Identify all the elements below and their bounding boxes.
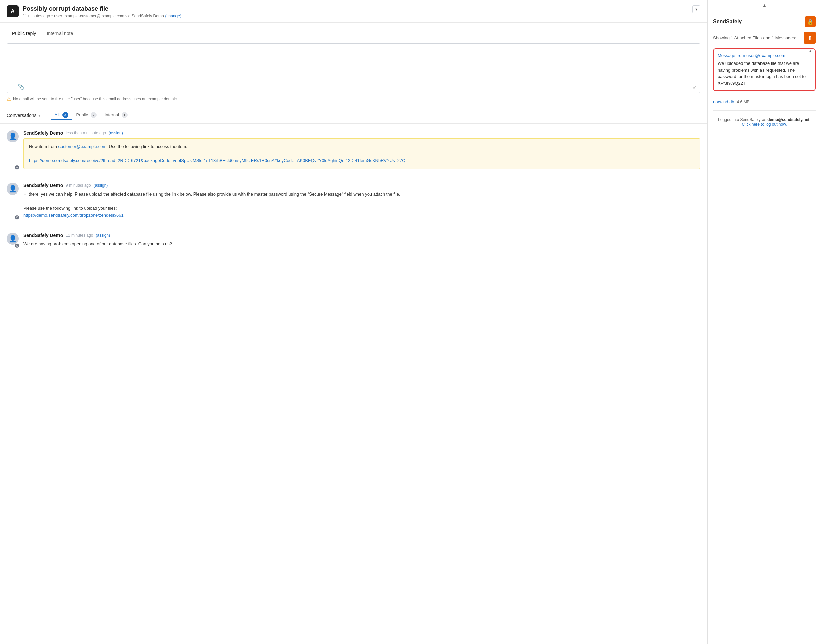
- filter-all-label: All: [55, 112, 60, 117]
- avatar: 👤: [7, 130, 19, 143]
- ss-footer-email: demo@sendsafely.net: [767, 117, 809, 122]
- filter-tab-public[interactable]: Public 2: [73, 110, 100, 120]
- table-row: 👤 ⊕ SendSafely Demo less than a minute a…: [7, 124, 700, 176]
- ss-footer: Logged into SendSafely as demo@sendsafel…: [713, 117, 816, 127]
- ss-header: SendSafely 🔒: [713, 16, 816, 27]
- tab-public-reply[interactable]: Public reply: [7, 28, 41, 40]
- avatar-container-1: 👤 ⊕: [7, 130, 19, 169]
- filter-tab-internal[interactable]: Internal 1: [101, 110, 131, 120]
- sidebar-divider: [713, 110, 816, 110]
- chevron-down-icon: ∨: [38, 113, 40, 117]
- message-time-3: 11 minutes ago: [66, 233, 93, 238]
- text-format-icon[interactable]: T: [10, 84, 14, 90]
- assign-link-2[interactable]: (assign): [94, 183, 108, 188]
- ss-logged-in-text: Logged into SendSafely as demo@sendsafel…: [713, 117, 816, 122]
- collapse-up-icon[interactable]: ▲: [762, 3, 767, 8]
- avatar-container-2: 👤 ⊕: [7, 183, 19, 219]
- tab-internal-note[interactable]: Internal note: [41, 28, 78, 40]
- sidebar-top-arrow: ▲: [708, 0, 821, 11]
- ticket-meta: 11 minutes ago • user example-customer@e…: [23, 14, 181, 18]
- sidebar: ▲ SendSafely 🔒 Showing 1 Attached Files …: [707, 0, 821, 644]
- ticket-logo: A: [7, 5, 19, 17]
- ticket-header: A Possibly corrupt database file 11 minu…: [0, 0, 707, 23]
- avatar: 👤: [7, 183, 19, 195]
- message-middle-1: . Use the following link to access the i…: [106, 144, 187, 149]
- warning-icon: ⚠: [7, 96, 11, 101]
- ss-message-from-link[interactable]: Message from user@example.com: [718, 53, 811, 58]
- avatar: 👤: [7, 233, 19, 245]
- ss-message-box: Message from user@example.com We uploade…: [713, 49, 816, 91]
- message-header-2: SendSafely Demo 9 minutes ago (assign): [23, 183, 700, 188]
- reply-tabs: Public reply Internal note: [7, 28, 700, 40]
- conversations-filter: Conversations ∨ All 3 Public 2 Internal …: [0, 107, 707, 124]
- message-url-link-1[interactable]: https://demo.sendsafely.com/receive/?thr…: [29, 158, 405, 163]
- reply-area: Public reply Internal note T 📎 ⤢ ⚠ No em…: [0, 23, 707, 107]
- filter-internal-label: Internal: [104, 112, 119, 117]
- avatar-badge-1: ⊕: [15, 165, 19, 170]
- filter-tab-all[interactable]: All 3: [52, 110, 72, 120]
- ss-logout-link[interactable]: Click here to log out now.: [713, 122, 816, 127]
- ss-footer-prefix: Logged into SendSafely as: [718, 117, 767, 122]
- conversations-text: Conversations: [7, 113, 37, 118]
- ss-lock-icon: 🔒: [805, 16, 816, 27]
- message-body-2: SendSafely Demo 9 minutes ago (assign) H…: [23, 183, 700, 219]
- reply-editor-body[interactable]: [7, 44, 700, 81]
- message-box-yellow-1: New item from customer@example.com. Use …: [23, 138, 700, 169]
- ticket-time: 11 minutes ago: [23, 14, 50, 18]
- message-text-3: We are having problems opening one of ou…: [23, 241, 700, 248]
- avatar-badge-2: ⊕: [15, 215, 19, 219]
- ticket-title: Possibly corrupt database file: [23, 5, 181, 12]
- table-row: 👤 ⊕ SendSafely Demo 9 minutes ago (assig…: [7, 176, 700, 225]
- conversations-label[interactable]: Conversations ∨: [7, 113, 46, 118]
- filter-all-badge: 3: [62, 112, 68, 118]
- message-prefix-1: New item from: [29, 144, 58, 149]
- warning-message: No email will be sent to the user "user"…: [13, 97, 178, 101]
- ss-file-row: norwind.db 4.6 MB: [713, 95, 816, 107]
- message-header-1: SendSafely Demo less than a minute ago (…: [23, 130, 700, 136]
- message-body-1: SendSafely Demo less than a minute ago (…: [23, 130, 700, 169]
- ss-upload-button[interactable]: ⬆: [804, 32, 816, 44]
- message-time-1: less than a minute ago: [66, 131, 106, 135]
- avatar-badge-3: ⊕: [15, 243, 19, 248]
- ss-file-size: 4.6 MB: [737, 100, 750, 104]
- ss-subheader: Showing 1 Attached Files and 1 Messages:…: [713, 32, 816, 44]
- assign-link-3[interactable]: (assign): [96, 233, 110, 238]
- filter-tabs: All 3 Public 2 Internal 1: [52, 110, 131, 120]
- message-email-link-1[interactable]: customer@example.com: [58, 144, 106, 149]
- avatar-container-3: 👤 ⊕: [7, 233, 19, 248]
- warning-text: ⚠ No email will be sent to the user "use…: [7, 96, 700, 101]
- ss-file-name[interactable]: norwind.db: [713, 99, 734, 104]
- logo-letter: A: [11, 8, 15, 14]
- filter-internal-badge: 1: [122, 112, 128, 118]
- ss-title: SendSafely: [713, 19, 742, 25]
- bullet: •: [52, 14, 53, 18]
- attachment-icon[interactable]: 📎: [18, 84, 25, 90]
- filter-public-label: Public: [76, 112, 88, 117]
- change-link[interactable]: (change): [166, 14, 181, 18]
- filter-public-badge: 2: [91, 112, 97, 118]
- message-url-link-2[interactable]: https://demo.sendsafely.com/dropzone/zen…: [23, 213, 124, 218]
- conversations-list: 👤 ⊕ SendSafely Demo less than a minute a…: [0, 124, 707, 255]
- reply-editor-toolbar: T 📎 ⤢: [7, 81, 700, 93]
- message-header-3: SendSafely Demo 11 minutes ago (assign): [23, 233, 700, 238]
- message-author-2: SendSafely Demo: [23, 183, 63, 188]
- avatar-icon-2: 👤: [9, 185, 17, 193]
- expand-icon[interactable]: ⤢: [693, 84, 697, 90]
- assign-link-1[interactable]: (assign): [109, 131, 123, 135]
- ss-message-text: We uploaded the database file that we ar…: [718, 60, 811, 86]
- reply-editor: T 📎 ⤢: [7, 43, 700, 93]
- message-time-2: 9 minutes ago: [66, 183, 91, 188]
- ticket-user: user: [54, 14, 62, 18]
- avatar-icon-3: 👤: [9, 235, 17, 242]
- message-body-3: SendSafely Demo 11 minutes ago (assign) …: [23, 233, 700, 248]
- avatar-icon-1: 👤: [9, 132, 17, 140]
- message-text-2: Hi there, yes we can help. Please upload…: [23, 191, 700, 219]
- message-author-1: SendSafely Demo: [23, 130, 63, 136]
- ss-collapse-icon[interactable]: ▲: [808, 49, 812, 54]
- ss-subtext: Showing 1 Attached Files and 1 Messages:: [713, 35, 796, 40]
- table-row: 👤 ⊕ SendSafely Demo 11 minutes ago (assi…: [7, 226, 700, 255]
- header-dropdown-button[interactable]: ▾: [692, 5, 700, 13]
- ss-footer-suffix: .: [809, 117, 810, 122]
- ticket-email: example-customer@example.com via SendSaf…: [63, 14, 164, 18]
- message-author-3: SendSafely Demo: [23, 233, 63, 238]
